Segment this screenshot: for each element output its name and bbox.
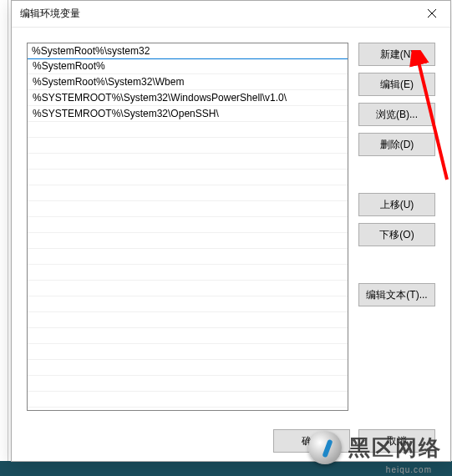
list-item[interactable] <box>28 201 348 217</box>
list-item[interactable] <box>28 249 348 265</box>
delete-button[interactable]: 删除(D) <box>358 133 435 156</box>
move-down-button[interactable]: 下移(O) <box>358 223 435 246</box>
list-item[interactable] <box>28 392 348 408</box>
list-item[interactable] <box>28 154 348 170</box>
list-item[interactable] <box>28 185 348 201</box>
list-item[interactable]: %SYSTEMROOT%\System32\OpenSSH\ <box>28 106 348 122</box>
titlebar[interactable]: 编辑环境变量 <box>12 1 450 28</box>
list-item[interactable] <box>28 296 348 312</box>
edit-env-var-dialog: 编辑环境变量 %SystemRoot%\system32%SystemRoot%… <box>11 0 451 462</box>
buttons-column: 新建(N) 编辑(E) 浏览(B)... 删除(D) 上移(U) 下移(O) 编… <box>358 43 435 411</box>
cancel-button[interactable]: 取消 <box>358 429 435 453</box>
list-item[interactable]: %SYSTEMROOT%\System32\WindowsPowerShell\… <box>28 90 348 106</box>
ok-button[interactable]: 确定 <box>273 429 350 453</box>
list-item[interactable] <box>28 170 348 185</box>
list-item[interactable]: %SystemRoot% <box>28 58 348 74</box>
dialog-title: 编辑环境变量 <box>20 7 80 21</box>
list-item[interactable] <box>28 344 348 360</box>
list-item[interactable]: %SystemRoot%\system32 <box>27 43 348 59</box>
list-item[interactable] <box>28 217 348 233</box>
close-icon <box>428 9 436 18</box>
list-item[interactable] <box>28 360 348 376</box>
list-item[interactable] <box>28 138 348 154</box>
path-listbox[interactable]: %SystemRoot%\system32%SystemRoot%%System… <box>27 43 348 411</box>
close-button[interactable] <box>413 1 450 26</box>
list-item[interactable]: %SystemRoot%\System32\Wbem <box>28 74 348 90</box>
list-item[interactable] <box>28 328 348 344</box>
move-up-button[interactable]: 上移(U) <box>358 193 435 216</box>
browse-button[interactable]: 浏览(B)... <box>358 103 435 126</box>
list-item[interactable] <box>28 281 348 296</box>
list-item[interactable] <box>28 233 348 249</box>
list-item[interactable] <box>28 376 348 392</box>
new-button[interactable]: 新建(N) <box>358 43 435 66</box>
list-item[interactable] <box>28 312 348 328</box>
edit-text-button[interactable]: 编辑文本(T)... <box>358 283 435 306</box>
list-item[interactable] <box>28 265 348 281</box>
dialog-bottom-buttons: 确定 取消 <box>273 429 435 453</box>
list-item[interactable] <box>28 122 348 138</box>
edit-button[interactable]: 编辑(E) <box>358 73 435 96</box>
